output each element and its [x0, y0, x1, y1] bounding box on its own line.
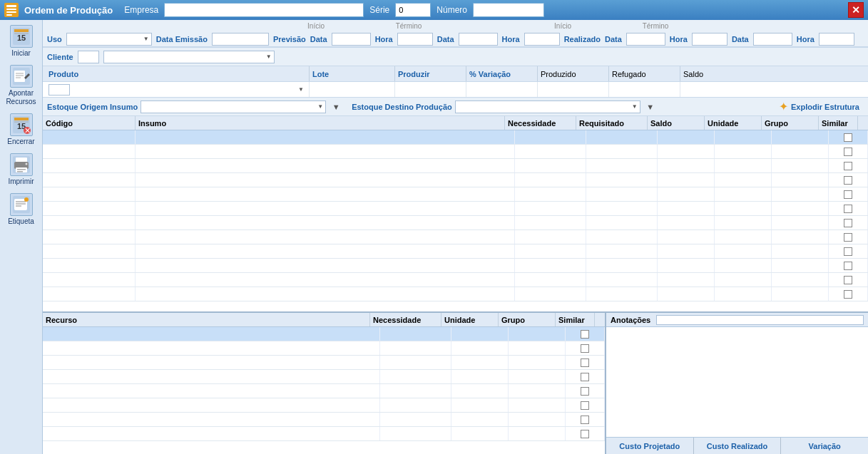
svg-rect-4: [6, 14, 12, 16]
insumo-similar-cb-6[interactable]: [844, 205, 852, 213]
resource-row-8[interactable]: [43, 427, 605, 441]
rec-similar-cb-8[interactable]: [581, 430, 589, 438]
svg-rect-1: [6, 5, 16, 7]
cliente-code-field[interactable]: [78, 51, 99, 63]
resource-row-6[interactable]: [43, 398, 605, 413]
insumo-similar-cb-7[interactable]: [844, 219, 852, 227]
resource-row-5[interactable]: [43, 384, 605, 398]
rec-similar-cb-6[interactable]: [581, 401, 589, 410]
real-termino-data-field[interactable]: [753, 33, 792, 46]
sidebar-btn-etiqueta[interactable]: Etiqueta: [3, 191, 40, 228]
real-termino-data-label: Data: [732, 35, 749, 43]
produto-code-field[interactable]: [48, 84, 70, 96]
insumo-similar-cb-2[interactable]: [844, 148, 852, 156]
prev-inicio-data-field[interactable]: [332, 33, 371, 46]
rec-similar-cb-1[interactable]: [581, 330, 589, 339]
resource-row-7[interactable]: [43, 413, 605, 427]
produto-col-header: Produto: [48, 70, 78, 78]
cliente-label: Cliente: [47, 53, 73, 61]
real-inicio-hora-field[interactable]: [692, 33, 727, 46]
serie-label: Série: [369, 5, 389, 15]
resource-row-3[interactable]: [43, 356, 605, 370]
insumo-row-12[interactable]: [43, 287, 868, 301]
real-inicio-data-field[interactable]: [626, 33, 665, 46]
insumo-similar-cb-8[interactable]: [844, 233, 852, 242]
variacao-label: Variação: [781, 438, 868, 454]
insumo-row-2[interactable]: [43, 145, 868, 159]
explodir-button[interactable]: ✦ Explodir Estrutura: [775, 98, 864, 115]
insumo-row-11[interactable]: [43, 273, 868, 287]
cliente-name-field[interactable]: ▼: [103, 51, 275, 63]
insumo-similar-cb-12[interactable]: [844, 290, 852, 299]
empresa-field[interactable]: [164, 3, 364, 17]
svg-rect-2: [6, 9, 16, 10]
rec-similar-cb-7[interactable]: [581, 416, 589, 424]
insumo-row-3[interactable]: [43, 159, 868, 173]
sidebar-btn-encerrar[interactable]: 15 ✕ Encerrar: [3, 111, 40, 148]
insumo-row-10[interactable]: [43, 259, 868, 273]
insumo-similar-cb-1[interactable]: [844, 133, 852, 142]
th-requisitado: Requisitado: [576, 116, 648, 130]
close-button[interactable]: ✕: [848, 2, 864, 18]
th-insumo: Insumo: [136, 116, 505, 130]
insumo-table-body: [43, 130, 868, 311]
rec-similar-cb-5[interactable]: [581, 387, 589, 396]
resource-row-1[interactable]: [43, 327, 605, 341]
sidebar-btn-apontar[interactable]: ApontarRecursos: [3, 63, 40, 108]
apontar-label: ApontarRecursos: [6, 89, 36, 106]
notes-search[interactable]: [656, 315, 864, 325]
svg-text:15: 15: [16, 33, 25, 42]
insumo-similar-cb-10[interactable]: [844, 262, 852, 270]
insumo-row-6[interactable]: [43, 202, 868, 216]
insumo-similar-cb-11[interactable]: [844, 276, 852, 284]
sidebar-btn-iniciar[interactable]: 15 Iniciar: [3, 23, 40, 60]
iniciar-label: Iniciar: [11, 49, 31, 58]
real-termino-hora-field[interactable]: [819, 33, 854, 46]
th-rec-grupo: Grupo: [499, 313, 556, 326]
resource-row-2[interactable]: [43, 341, 605, 356]
th-necessidade: Necessidade: [505, 116, 576, 130]
rec-similar-cb-2[interactable]: [581, 344, 589, 353]
notes-body[interactable]: [606, 327, 868, 437]
etiqueta-icon: [10, 193, 33, 216]
insumo-similar-cb-4[interactable]: [844, 176, 852, 185]
encerrar-label: Encerrar: [7, 138, 34, 146]
insumo-similar-cb-3[interactable]: [844, 162, 852, 170]
rec-similar-cb-3[interactable]: [581, 358, 589, 367]
realizado-label: Realizado: [564, 35, 601, 43]
insumo-row-8[interactable]: [43, 230, 868, 244]
insumo-row-7[interactable]: [43, 216, 868, 230]
th-unidade: Unidade: [705, 116, 762, 130]
insumo-row-4[interactable]: [43, 173, 868, 187]
uso-field[interactable]: ▼: [66, 33, 152, 46]
prev-inicio-hora-field[interactable]: [397, 33, 433, 46]
prev-termino-data-field[interactable]: [459, 33, 498, 46]
previsao-termino-label: Término: [396, 22, 422, 30]
insumo-row-1[interactable]: [43, 130, 868, 145]
explodir-label: Explodir Estrutura: [791, 103, 859, 111]
numero-field[interactable]: [473, 3, 544, 17]
prev-termino-data-label: Data: [437, 35, 454, 43]
serie-field[interactable]: 0: [395, 3, 431, 17]
th-recurso: Recurso: [43, 313, 370, 326]
lote-col-header: Lote: [312, 70, 329, 78]
th-grupo: Grupo: [762, 116, 819, 130]
estoque-destino-label: Estoque Destino Produção: [352, 103, 452, 111]
sidebar-btn-imprimir[interactable]: Imprimir: [3, 151, 40, 188]
resource-table: Recurso Necessidade Unidade Grupo Simila…: [43, 313, 606, 454]
estoque-destino-field[interactable]: ▼: [455, 100, 640, 113]
th-codigo: Código: [43, 116, 136, 130]
insumo-row-5[interactable]: [43, 187, 868, 202]
insumo-similar-cb-9[interactable]: [844, 247, 852, 256]
estoque-origem-label: Estoque Origem Insumo: [47, 103, 138, 111]
prev-termino-hora-field[interactable]: [524, 33, 560, 46]
insumo-row-9[interactable]: [43, 244, 868, 259]
svg-rect-10: [14, 71, 25, 82]
data-emissao-field[interactable]: [212, 33, 269, 46]
rec-similar-cb-4[interactable]: [581, 373, 589, 381]
resource-row-4[interactable]: [43, 370, 605, 384]
svg-rect-16: [14, 118, 29, 120]
insumo-similar-cb-5[interactable]: [844, 190, 852, 199]
imprimir-icon: [10, 153, 33, 176]
estoque-origem-field[interactable]: ▼: [141, 100, 326, 113]
